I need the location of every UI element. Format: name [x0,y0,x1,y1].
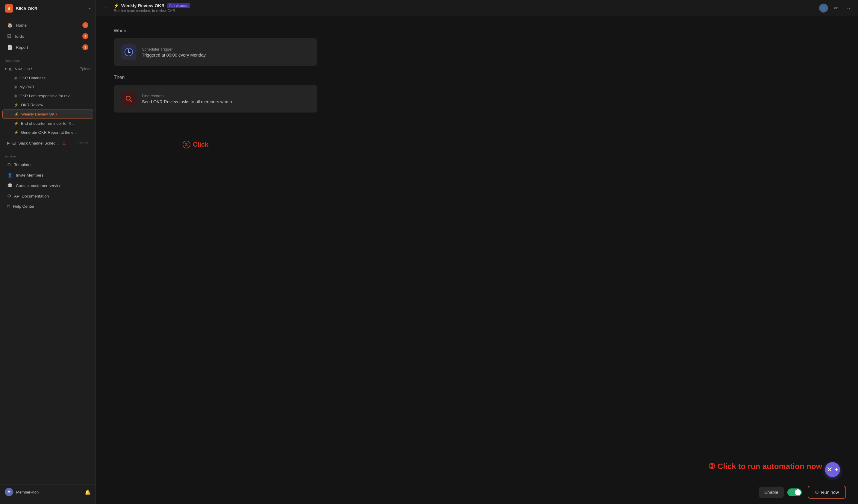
bottom-bar: Enable ⊙ Run now [96,480,858,504]
sidebar-item-invite-members[interactable]: 👤 Invite Members [2,170,93,180]
templates-icon: ⊙ [7,162,11,167]
content-area: When Scheduler Trigger Triggered at 00:0… [96,16,858,480]
resource-group-header-vika-okr[interactable]: ▾ ⊞ Vika OKR 7piece [0,64,95,73]
sidebar-item-api-docs[interactable]: ⚙ API Documentation [2,191,93,201]
then-label: Then [114,75,840,80]
fab-button[interactable]: ✕ + [825,462,840,477]
todo-icon: ☑ [7,33,11,39]
enable-label: Enable [759,487,784,498]
annotation-number-1: ① [182,141,190,148]
action-value: Send OKR Review tasks to all members who… [142,99,236,104]
trigger-label: Scheduler Trigger [142,47,206,51]
sidebar-item-end-quarter[interactable]: ⚡ End of quarter reminder to fill ... [2,119,93,128]
enable-group: Enable [759,487,802,498]
trigger-icon [121,44,137,60]
table-icon: ⊞ [14,76,17,80]
page-title: ⚡ Weekly Review OKR Full Access [114,3,190,8]
grid-icon: ⊞ [9,66,13,71]
topbar-actions: 👤 ✏ ⋯ [819,4,852,13]
trigger-info: Scheduler Trigger Triggered at 00:00 eve… [142,47,206,58]
chat-icon: 💬 [7,183,13,188]
sidebar-item-okr-responsible[interactable]: ⊞ OKR I am responsible for revi... [2,92,93,100]
sidebar-collapse-button[interactable]: ≡ [102,4,110,12]
resources-section: ▾ ⊞ Vika OKR 7piece ⊞ OKR Database ⊞ My … [0,64,95,148]
sidebar-header[interactable]: B BIKA OKR ▾ [0,0,95,17]
action-info: Find records Send OKR Review tasks to al… [142,94,236,104]
expand-icon-slack: ▶ [7,141,10,145]
action-label: Find records [142,94,236,98]
table-icon-3: ⊞ [14,94,17,98]
sidebar-item-my-okr[interactable]: ⊞ My OKR [2,83,93,91]
sidebar-item-help-center[interactable]: □ Help Center [2,201,93,211]
todo-badge: 1 [82,33,88,39]
invite-icon: 👤 [7,173,13,178]
sidebar-nav: 🏠 Home 2 ☑ To-do 1 📄 Report 1 [0,17,95,55]
app-title: BIKA OKR [16,6,86,11]
resource-group-vika-okr: ▾ ⊞ Vika OKR 7piece ⊞ OKR Database ⊞ My … [0,64,95,138]
sidebar: B BIKA OKR ▾ 🏠 Home 2 ☑ To-do 1 📄 Report… [0,0,96,504]
topbar: ≡ ⚡ Weekly Review OKR Full Access Remind… [96,0,858,16]
run-now-button[interactable]: ⊙ Run now [808,486,846,499]
action-card[interactable]: Find records Send OKR Review tasks to al… [114,85,317,113]
chevron-down-icon: ▾ [89,6,91,11]
lightning-icon-2: ⚡ [14,112,19,116]
sidebar-item-todo[interactable]: ☑ To-do 1 [2,31,93,42]
topbar-avatar[interactable]: 👤 [819,4,828,13]
report-icon: 📄 [7,45,13,50]
play-icon: ⊙ [815,489,819,495]
sidebar-item-okr-database[interactable]: ⊞ OKR Database [2,74,93,82]
expand-icon: ▾ [5,67,6,71]
sidebar-item-okr-review[interactable]: ⚡ OKR Review [2,100,93,109]
when-label: When [114,28,840,33]
lightning-icon-3: ⚡ [14,121,19,126]
more-options-button[interactable]: ⋯ [844,4,852,12]
svg-point-4 [128,51,129,53]
sidebar-footer[interactable]: M Member-Kon 🔔 [0,485,95,499]
api-icon: ⚙ [7,193,11,199]
app-logo: B [5,4,13,13]
trigger-card[interactable]: Scheduler Trigger Triggered at 00:00 eve… [114,38,317,66]
page-title-area: ⚡ Weekly Review OKR Full Access Remind t… [114,3,190,13]
explore-label: Explore [0,151,95,159]
member-name: Member-Kon [16,490,38,494]
click-annotation: ① Click [182,141,209,148]
sidebar-item-generate-report[interactable]: ⚡ Generate OKR Report at the e... [2,128,93,137]
sidebar-item-templates[interactable]: ⊙ Templates [2,160,93,170]
user-avatar: M [5,488,13,496]
sidebar-item-home[interactable]: 🏠 Home 2 [2,20,93,31]
svg-rect-5 [124,94,133,103]
run-now-label: Run now [821,490,839,495]
page-lightning-icon: ⚡ [114,3,119,8]
action-icon [121,91,137,107]
warning-icon: ⚠ [62,141,66,145]
sidebar-item-report[interactable]: 📄 Report 1 [2,42,93,53]
page-subtitle: Remind team members to review OKR [114,9,190,13]
bell-icon[interactable]: 🔔 [85,489,91,495]
explore-section: Explore ⊙ Templates 👤 Invite Members 💬 C… [0,151,95,212]
sidebar-item-weekly-review[interactable]: ⚡ Weekly Review OKR [2,110,93,119]
help-icon: □ [7,204,10,209]
full-access-badge: Full Access [167,3,190,8]
home-badge: 2 [82,22,88,28]
main-area: ≡ ⚡ Weekly Review OKR Full Access Remind… [96,0,858,504]
home-icon: 🏠 [7,22,13,28]
enable-toggle[interactable] [787,488,802,496]
resources-label: Resources [0,55,95,64]
lightning-icon-4: ⚡ [14,130,19,135]
lightning-icon-1: ⚡ [14,103,19,107]
resource-group-header-slack[interactable]: ▶ ⊞ Slack Channel Sched... ⚠ 1piece [2,139,93,148]
trigger-value: Triggered at 00:00 every Monday [142,53,206,58]
edit-button[interactable]: ✏ [832,4,840,12]
report-badge: 1 [82,44,88,50]
slack-grid-icon: ⊞ [12,141,16,145]
resource-group-slack: ▶ ⊞ Slack Channel Sched... ⚠ 1piece [0,138,95,148]
toggle-knob [795,489,801,495]
sidebar-item-contact-service[interactable]: 💬 Contact customer service [2,180,93,191]
table-icon-2: ⊞ [14,85,17,89]
